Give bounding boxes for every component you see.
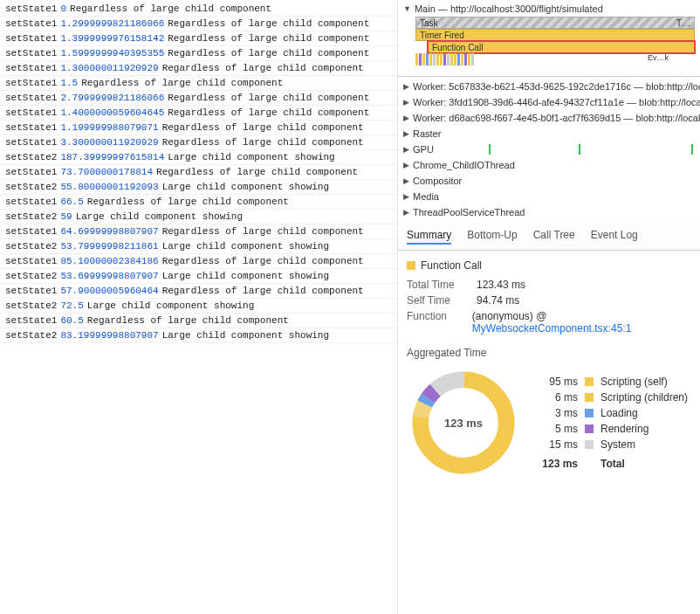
task-bar[interactable]: Task T… [415,17,695,29]
console-row[interactable]: setState11.2999999821186066Regardless of… [0,17,397,31]
thread-track[interactable]: Worker: 3fdd1908-39d6-446d-afe4-94327cf1… [398,94,700,110]
console-row[interactable]: setState13.300000011920929Regardless of … [0,135,397,150]
log-message: Regardless of large child component [168,107,369,118]
console-row[interactable]: setState259Large child component showing [0,210,397,224]
console-row[interactable]: setState11.3999999976158142Regardless of… [0,31,397,46]
console-row[interactable]: setState12.7999999821186066Regardless of… [0,91,397,106]
log-label: setState1 [5,78,57,88]
log-value: 1.3999999976158142 [60,33,164,44]
log-value: 55.80000001192093 [60,182,158,192]
console-row[interactable]: setState253.69999998807907Large child co… [0,269,397,284]
main-thread-header[interactable]: Main — http://localhost:3000/flight/simu… [403,3,695,14]
chevron-right-icon[interactable] [403,114,409,122]
chevron-down-icon[interactable] [403,4,411,13]
log-message: Large child component showing [87,300,254,311]
thread-track[interactable]: Chrome_ChildIOThread [398,157,700,173]
log-value: 1.199999988079071 [60,122,158,133]
console-row[interactable]: setState272.5Large child component showi… [0,299,397,314]
tab-call-tree[interactable]: Call Tree [533,227,575,245]
console-row[interactable]: setState11.5Regardless of large child co… [0,76,397,91]
log-message: Regardless of large child component [168,48,369,59]
log-label: setState1 [5,197,57,207]
log-label: setState2 [5,211,57,222]
console-row[interactable]: setState173.7000000178814Regardless of l… [0,165,397,180]
chevron-right-icon[interactable] [403,208,409,217]
track-label: Worker: d68ac698-f667-4e45-b0f1-acf7f636… [413,113,700,123]
log-message: Regardless of large child component [162,256,364,266]
log-message: Large child component showing [76,211,243,222]
timer-fired-bar[interactable]: Timer Fired [415,29,695,41]
legend-row: 3 msLoading [538,407,688,419]
log-label: setState1 [5,137,57,148]
donut-center-label: 123 ms [444,417,483,430]
aggregated-time-title: Aggregated Time [407,347,691,359]
flame-bars[interactable]: Task T… Timer Fired Function Call Ev…k [415,17,695,67]
thread-track[interactable]: ThreadPoolServiceThread [398,204,700,220]
console-row[interactable]: setState166.5Regardless of large child c… [0,195,397,210]
tab-event-log[interactable]: Event Log [591,227,638,245]
console-row[interactable]: setState160.5Regardless of large child c… [0,314,397,328]
log-message: Regardless of large child component [162,226,364,237]
track-label: Compositor [413,176,462,186]
log-label: setState2 [5,300,57,311]
main-thread-label: Main — http://localhost:3000/flight/simu… [415,3,603,14]
thread-track[interactable]: Media [398,189,700,204]
console-row[interactable]: setState10Regardless of large child comp… [0,2,397,17]
console-row[interactable]: setState11.300000011920929Regardless of … [0,61,397,76]
console-panel: setState10Regardless of large child comp… [0,0,398,614]
legend-row: 5 msRendering [538,423,688,435]
log-value: 53.69999998807907 [60,271,158,281]
source-link[interactable]: MyWebsocketComponent.tsx:45:1 [472,322,632,335]
console-row[interactable]: setState11.199999988079071Regardless of … [0,121,397,135]
chevron-right-icon[interactable] [403,129,409,138]
chevron-right-icon[interactable] [403,82,409,91]
log-value: 1.2999999821186066 [60,18,164,29]
log-label: setState1 [5,226,57,237]
console-row[interactable]: setState255.80000001192093Large child co… [0,180,397,195]
thread-track[interactable]: Raster [398,126,700,141]
log-value: 0 [60,3,66,14]
total-time-row: Total Time 123.43 ms [407,279,691,291]
thread-track[interactable]: Worker: 5c67833e-b621-453d-9625-192c2de1… [398,79,700,94]
legend-swatch-icon [585,377,594,386]
thread-track[interactable]: GPU [398,141,700,157]
console-row[interactable]: setState164.69999998807907Regardless of … [0,224,397,239]
aggregated-time-donut: 123 ms [407,366,520,479]
tab-bottom-up[interactable]: Bottom-Up [467,227,517,245]
legend-row: 15 msSystem [538,438,688,451]
log-label: setState1 [5,18,57,29]
console-row[interactable]: setState11.5999999940395355Regardless of… [0,46,397,61]
log-label: setState2 [5,330,57,341]
console-row[interactable]: setState253.79999998211861Large child co… [0,239,397,254]
chevron-right-icon[interactable] [403,192,409,201]
log-message: Regardless of large child component [87,197,289,207]
event-label: Ev…k [648,53,669,62]
chevron-right-icon[interactable] [403,161,409,169]
log-value: 85.10000002384186 [60,256,158,266]
console-row[interactable]: setState2187.39999997615814Large child c… [0,150,397,165]
console-row[interactable]: setState283.19999998807907Large child co… [0,328,397,343]
log-value: 187.39999997615814 [60,152,164,162]
log-message: Regardless of large child component [162,63,364,73]
legend-total-row: 123 msTotal [538,458,688,470]
log-value: 1.5999999940395355 [60,48,164,59]
self-time-row: Self Time 94.74 ms [407,294,691,307]
function-row: Function (anonymous) @ MyWebsocketCompon… [407,310,691,335]
chevron-right-icon[interactable] [403,176,409,185]
track-label: Chrome_ChildIOThread [413,160,515,170]
chevron-right-icon[interactable] [403,98,409,107]
console-row[interactable]: setState11.4000000059604645Regardless of… [0,106,397,121]
thread-track[interactable]: Compositor [398,173,700,189]
log-value: 1.4000000059604645 [60,107,164,118]
thread-track[interactable]: Worker: d68ac698-f667-4e45-b0f1-acf7f636… [398,110,700,126]
chevron-right-icon[interactable] [403,145,409,154]
log-value: 64.69999998807907 [60,226,158,237]
log-value: 53.79999998211861 [60,241,158,252]
console-row[interactable]: setState185.10000002384186Regardless of … [0,254,397,269]
log-label: setState1 [5,33,57,44]
function-call-bar[interactable]: Function Call [428,41,695,53]
log-value: 1.300000011920929 [60,63,158,73]
log-message: Large child component showing [168,152,334,162]
console-row[interactable]: setState157.90000005960464Regardless of … [0,284,397,299]
tab-summary[interactable]: Summary [407,227,451,245]
